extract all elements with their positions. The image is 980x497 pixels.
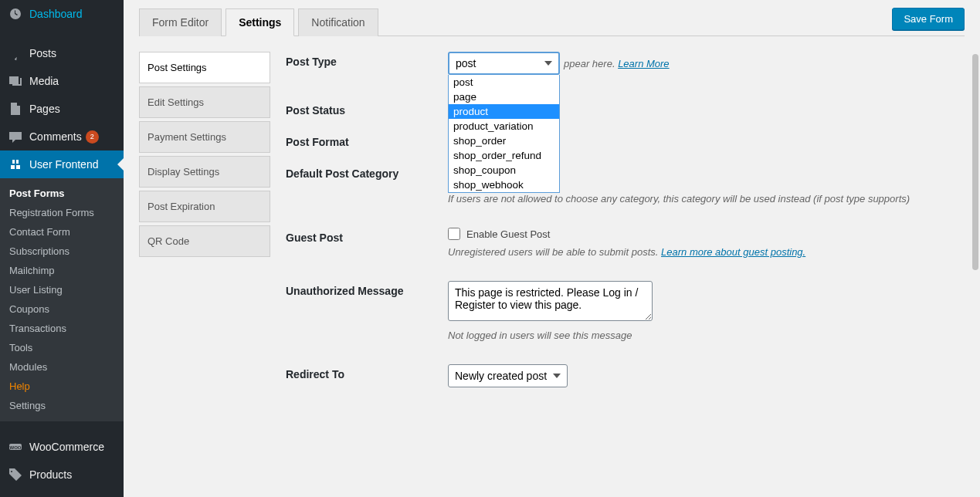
scrollbar[interactable] (971, 46, 978, 458)
label-post-format: Post Format (286, 132, 448, 148)
submenu-post-forms[interactable]: Post Forms (0, 184, 124, 203)
guest-learn-more-link[interactable]: Learn more about guest posting. (661, 246, 805, 258)
submenu-contact-form[interactable]: Contact Form (0, 222, 124, 242)
settings-nav-edit-settings[interactable]: Edit Settings (139, 86, 270, 118)
note-post-type: ppear here. Learn More (564, 58, 941, 69)
settings-nav-payment-settings[interactable]: Payment Settings (139, 121, 270, 153)
sidebar-label: Comments (29, 130, 82, 143)
submenu-subscriptions[interactable]: Subscriptions (0, 242, 124, 261)
option-shop-coupon[interactable]: shop_coupon (449, 163, 559, 178)
settings-nav-display-settings[interactable]: Display Settings (139, 156, 270, 188)
option-page[interactable]: page (449, 90, 559, 104)
label-post-type: Post Type (286, 52, 448, 68)
label-default-category: Default Post Category (286, 164, 448, 180)
svg-text:WOO: WOO (10, 445, 22, 450)
dashboard-icon (8, 6, 23, 22)
note-guest-post: Unregistered users will be able to submi… (448, 246, 941, 258)
frontend-icon (8, 157, 23, 172)
row-post-type: Post Type post post page product product… (286, 52, 941, 69)
note-unauthorized: Not logged in users will see this messag… (448, 330, 941, 341)
media-icon (8, 73, 23, 89)
submenu-coupons[interactable]: Coupons (0, 299, 124, 319)
sidebar-item-media[interactable]: Media (0, 67, 124, 95)
submenu-registration-forms[interactable]: Registration Forms (0, 203, 124, 222)
textarea-unauthorized[interactable]: This page is restricted. Please Log in /… (448, 281, 653, 321)
sidebar-label: User Frontend (29, 158, 98, 171)
select-post-type[interactable]: post (448, 52, 560, 75)
checkbox-label-guest: Enable Guest Post (466, 228, 550, 240)
sidebar-item-products[interactable]: Products (0, 461, 124, 489)
settings-nav: Post Settings Edit Settings Payment Sett… (139, 52, 270, 403)
label-unauthorized: Unauthorized Message (286, 281, 448, 297)
products-icon (8, 467, 23, 482)
select-redirect[interactable]: Newly created post (448, 364, 568, 387)
sidebar-label: WooCommerce (29, 441, 104, 453)
checkbox-guest-post[interactable] (448, 228, 460, 240)
comment-icon (8, 129, 23, 144)
submenu-mailchimp[interactable]: Mailchimp (0, 261, 124, 280)
row-post-status: Post Status (286, 100, 941, 117)
sidebar-label: Products (29, 468, 72, 481)
sidebar-label: Media (29, 75, 59, 87)
submenu-help[interactable]: Help (0, 377, 124, 396)
option-product[interactable]: product (449, 104, 559, 119)
row-post-format: Post Format (286, 132, 941, 148)
field-unauthorized: This page is restricted. Please Log in /… (448, 281, 941, 341)
row-default-category: Default Post Category – None – If users … (286, 164, 941, 205)
settings-nav-post-expiration[interactable]: Post Expiration (139, 191, 270, 222)
note-default-category: If users are not allowed to choose any c… (448, 193, 941, 205)
row-unauthorized: Unauthorized Message This page is restri… (286, 281, 941, 341)
submenu-settings[interactable]: Settings (0, 396, 124, 415)
sidebar-label: Pages (29, 103, 60, 115)
submenu-tools[interactable]: Tools (0, 338, 124, 357)
field-redirect: Newly created post (448, 364, 941, 387)
form-area: Post Type post post page product product… (286, 52, 965, 403)
checkbox-row-guest: Enable Guest Post (448, 228, 941, 240)
option-post[interactable]: post (449, 75, 559, 90)
sidebar-item-dashboard[interactable]: Dashboard (0, 0, 124, 28)
option-shop-order-refund[interactable]: shop_order_refund (449, 148, 559, 163)
settings-nav-post-settings[interactable]: Post Settings (139, 52, 270, 83)
tab-notification[interactable]: Notification (298, 8, 378, 36)
scroll-thumb[interactable] (972, 54, 978, 270)
sidebar-label: Posts (29, 47, 56, 59)
sidebar-item-comments[interactable]: Comments 2 (0, 123, 124, 150)
tabs-row: Form Editor Settings Notification Save F… (139, 8, 965, 36)
option-shop-order[interactable]: shop_order (449, 134, 559, 148)
pin-icon (8, 46, 23, 61)
form-tabs: Form Editor Settings Notification (139, 8, 382, 36)
tab-settings[interactable]: Settings (226, 8, 294, 36)
submenu-transactions[interactable]: Transactions (0, 319, 124, 338)
comments-badge: 2 (86, 130, 99, 144)
post-type-dropdown: post page product product_variation shop… (448, 75, 560, 193)
label-redirect: Redirect To (286, 364, 448, 380)
submenu-user-listing[interactable]: User Listing (0, 280, 124, 299)
sidebar-item-posts[interactable]: Posts (0, 39, 124, 67)
field-guest-post: Enable Guest Post Unregistered users wil… (448, 228, 941, 258)
pages-icon (8, 101, 23, 117)
field-post-type: post post page product product_variation… (448, 52, 941, 69)
main-content: Form Editor Settings Notification Save F… (124, 0, 980, 497)
label-guest-post: Guest Post (286, 228, 448, 244)
option-shop-webhook[interactable]: shop_webhook (449, 178, 559, 192)
label-post-status: Post Status (286, 100, 448, 117)
sidebar-label: Dashboard (29, 8, 83, 20)
tab-form-editor[interactable]: Form Editor (139, 8, 222, 36)
sidebar-item-pages[interactable]: Pages (0, 95, 124, 123)
admin-sidebar: Dashboard Posts Media Pages Comments 2 U… (0, 0, 124, 497)
row-guest-post: Guest Post Enable Guest Post Unregistere… (286, 228, 941, 258)
sidebar-submenu: Post Forms Registration Forms Contact Fo… (0, 178, 124, 421)
submenu-modules[interactable]: Modules (0, 357, 124, 377)
sidebar-item-user-frontend[interactable]: User Frontend (0, 150, 124, 178)
sidebar-item-woocommerce[interactable]: WOO WooCommerce (0, 433, 124, 461)
save-form-button[interactable]: Save Form (892, 8, 965, 30)
settings-nav-qr-code[interactable]: QR Code (139, 225, 270, 257)
woo-icon: WOO (8, 439, 23, 455)
learn-more-link[interactable]: Learn More (618, 58, 669, 69)
row-redirect: Redirect To Newly created post (286, 364, 941, 387)
option-product-variation[interactable]: product_variation (449, 119, 559, 134)
content-wrap: Post Settings Edit Settings Payment Sett… (139, 52, 965, 403)
